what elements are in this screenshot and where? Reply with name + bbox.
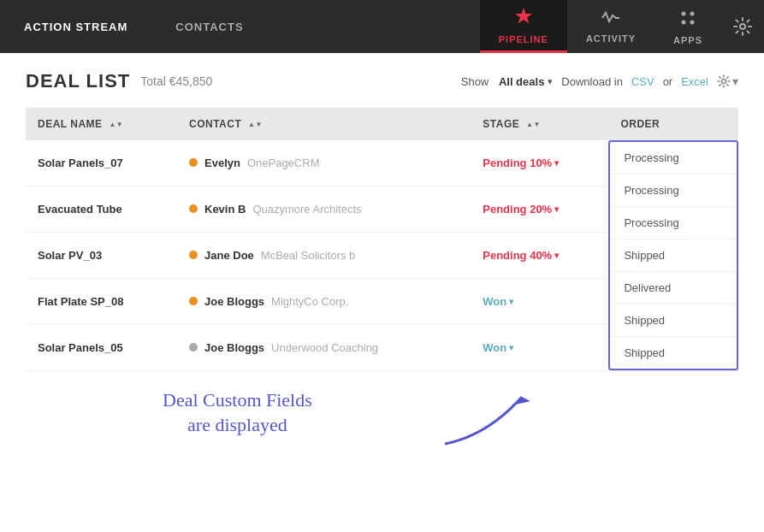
show-label: Show [461, 75, 489, 88]
order-column-box: ProcessingProcessingProcessingShippedDel… [608, 140, 738, 370]
order-cell: ProcessingProcessingProcessingShippedDel… [608, 140, 738, 371]
deal-name-cell: Solar PV_03 [26, 232, 177, 278]
contact-company: Underwood Coaching [271, 341, 378, 354]
deal-name-cell: Flat Plate SP_08 [26, 278, 177, 324]
sort-arrows-deal-name: ▲▼ [109, 121, 123, 128]
stage-value[interactable]: Pending 40% ▾ [483, 249, 596, 262]
deal-total: Total €45,850 [140, 74, 212, 88]
svg-point-1 [690, 11, 695, 15]
tab-apps[interactable]: APPS [654, 0, 721, 53]
deal-list-actions: Show All deals ▾ Download in CSV or Exce… [461, 74, 738, 88]
stage-dropdown-arrow: ▾ [554, 158, 559, 168]
svg-marker-6 [512, 397, 530, 405]
table-settings-button[interactable]: ▾ [717, 74, 738, 88]
pipeline-icon [513, 6, 534, 31]
stage-dropdown-arrow: ▾ [554, 204, 559, 214]
show-deals-dropdown-arrow: ▾ [548, 76, 553, 87]
show-all-deals-button[interactable]: Show All deals ▾ [461, 75, 554, 88]
col-header-contact[interactable]: CONTACT ▲▼ [177, 108, 471, 140]
order-item: Processing [610, 207, 737, 239]
stage-dropdown-arrow: ▾ [509, 297, 513, 306]
order-item: Shipped [610, 337, 737, 369]
stage-cell: Won ▾ [471, 278, 608, 324]
contact-dot [189, 158, 198, 167]
deal-name[interactable]: Solar Panels_05 [38, 341, 123, 354]
deal-list-header: DEAL LIST Total €45,850 Show All deals ▾… [26, 70, 738, 92]
show-value: All deals [499, 75, 544, 88]
annotation-area: Deal Custom Fields are displayed [26, 380, 738, 482]
contact-dot [189, 343, 198, 352]
download-csv-link[interactable]: CSV [631, 75, 654, 88]
order-item: Processing [610, 174, 737, 207]
contact-first-name[interactable]: Evelyn [204, 157, 240, 169]
stage-value[interactable]: Pending 10% ▾ [483, 157, 596, 169]
order-item: Delivered [610, 272, 737, 304]
contact-company: Quazymore Architects [252, 203, 361, 216]
deal-name-cell: Solar Panels_07 [26, 140, 177, 186]
col-header-stage[interactable]: STAGE ▲▼ [471, 108, 608, 140]
svg-point-4 [740, 24, 745, 29]
apps-icon [678, 9, 697, 32]
stage-dropdown-arrow: ▾ [509, 343, 513, 352]
top-navigation: Action Stream Contacts PIPELINE ACTIVITY [0, 0, 764, 53]
pipeline-tab-label: PIPELINE [499, 34, 548, 44]
deal-name[interactable]: Solar Panels_07 [38, 157, 123, 169]
tab-activity[interactable]: ACTIVITY [567, 0, 654, 53]
apps-tab-label: APPS [673, 35, 702, 45]
col-header-order: ORDER [608, 108, 738, 140]
stage-value[interactable]: Won ▾ [483, 341, 596, 354]
contact-dot [189, 251, 198, 259]
contact-company: McBeal Solicitors b [261, 249, 356, 262]
contact-first-name[interactable]: Joe Bloggs [204, 341, 264, 354]
svg-point-2 [682, 20, 686, 24]
contact-cell: Kevin B Quazymore Architects [177, 186, 471, 232]
svg-point-0 [682, 11, 686, 15]
deal-name[interactable]: Solar PV_03 [38, 249, 102, 262]
deal-name[interactable]: Evacuated Tube [38, 203, 122, 216]
tab-pipeline[interactable]: PIPELINE [480, 0, 567, 53]
contact-cell: Evelyn OnePageCRM [177, 140, 471, 186]
svg-point-5 [722, 80, 726, 84]
order-item: Shipped [610, 239, 737, 272]
contact-company: MightyCo Corp. [271, 295, 348, 308]
download-excel-link[interactable]: Excel [681, 75, 708, 88]
stage-value[interactable]: Pending 20% ▾ [483, 203, 596, 216]
annotation-text: Deal Custom Fields are displayed [163, 388, 312, 437]
order-item: Processing [610, 142, 737, 174]
settings-gear-nav[interactable] [721, 0, 764, 53]
stage-cell: Pending 10% ▾ [471, 140, 608, 186]
contact-first-name[interactable]: Jane Doe [204, 249, 254, 262]
table-row: Solar Panels_07Evelyn OnePageCRMPending … [26, 140, 738, 186]
contact-company: OnePageCRM [247, 157, 320, 169]
deal-name-cell: Evacuated Tube [26, 186, 177, 232]
nav-action-stream[interactable]: Action Stream [0, 0, 151, 53]
stage-dropdown-arrow: ▾ [554, 251, 559, 260]
sort-arrows-contact: ▲▼ [248, 121, 263, 128]
deal-name[interactable]: Flat Plate SP_08 [38, 295, 123, 308]
stage-cell: Won ▾ [471, 324, 608, 370]
stage-cell: Pending 20% ▾ [471, 186, 608, 232]
contact-cell: Joe Bloggs Underwood Coaching [177, 324, 471, 370]
svg-point-3 [690, 20, 695, 24]
contact-dot [189, 204, 198, 213]
order-item: Shipped [610, 304, 737, 337]
sort-arrows-stage: ▲▼ [526, 121, 541, 128]
contact-first-name[interactable]: Joe Bloggs [204, 295, 264, 308]
contact-cell: Joe Bloggs MightyCo Corp. [177, 278, 471, 324]
col-header-deal-name[interactable]: DEAL NAME ▲▼ [26, 108, 177, 140]
table-header: DEAL NAME ▲▼ CONTACT ▲▼ STAGE ▲▼ ORDER [26, 108, 738, 140]
nav-left: Action Stream Contacts [0, 0, 268, 53]
contact-dot [189, 297, 198, 305]
activity-tab-label: ACTIVITY [586, 33, 636, 44]
activity-icon [601, 10, 621, 30]
contact-cell: Jane Doe McBeal Solicitors b [177, 232, 471, 278]
contact-first-name[interactable]: Kevin B [204, 203, 246, 216]
table-body: Solar Panels_07Evelyn OnePageCRMPending … [26, 140, 738, 371]
nav-contacts[interactable]: Contacts [151, 0, 267, 53]
download-label: Download in [561, 75, 623, 88]
page-title: DEAL LIST [26, 70, 130, 92]
deal-name-cell: Solar Panels_05 [26, 324, 177, 370]
main-content: DEAL LIST Total €45,850 Show All deals ▾… [0, 53, 764, 532]
stage-value[interactable]: Won ▾ [483, 295, 596, 308]
deals-table: DEAL NAME ▲▼ CONTACT ▲▼ STAGE ▲▼ ORDER S… [26, 108, 738, 371]
